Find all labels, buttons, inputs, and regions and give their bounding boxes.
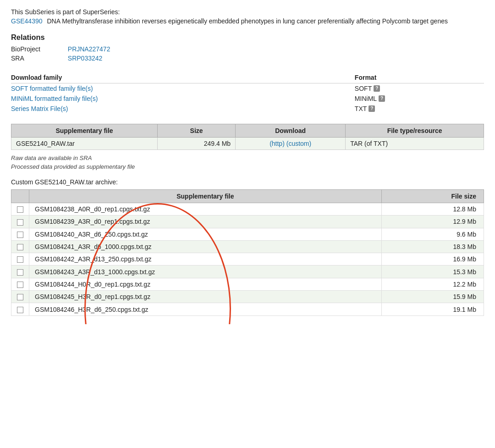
supp-col-download: Download (236, 124, 346, 138)
supp-col-size: Size (158, 124, 236, 138)
relations-section: Relations BioProject PRJNA227472 SRA SRP… (11, 33, 484, 63)
df-row-soft: SOFT formatted family file(s) SOFT ? (11, 83, 484, 94)
supp-dl-http-link[interactable]: (http) (270, 140, 285, 147)
custom-row-checkbox-cell (11, 278, 29, 290)
custom-row-size: 18.3 Mb (381, 240, 484, 253)
superseries-intro: This SubSeries is part of SuperSeries: (11, 8, 484, 16)
custom-archive-container: Supplementary file File size GSM1084238_… (11, 189, 484, 316)
custom-row-checkbox[interactable] (17, 269, 23, 276)
df-txt-link[interactable]: Series Matrix File(s) (11, 105, 68, 112)
custom-row-checkbox-cell (11, 291, 29, 303)
custom-row-size: 16.9 Mb (381, 253, 484, 265)
df-col-family: Download family (11, 72, 355, 83)
df-miniml-format: MINiML ? (355, 95, 385, 102)
custom-row-filename: GSM1084238_A0R_d0_rep1.cpgs.txt.gz (29, 203, 382, 216)
custom-row-filename: GSM1084244_H0R_d0_rep1.cpgs.txt.gz (29, 278, 382, 290)
supplementary-table-section: Supplementary file Size Download File ty… (11, 124, 484, 150)
custom-row-checkbox[interactable] (17, 307, 23, 313)
superseries-gse-desc: DNA Methyltransferase inhibition reverse… (47, 17, 448, 25)
custom-row: GSM1084246_H3R_d6_250.cpgs.txt.gz19.1 Mb (11, 303, 484, 315)
superseries-gse-block: GSE44390 DNA Methyltransferase inhibitio… (11, 17, 484, 25)
relations-sra-label: SRA (11, 54, 68, 63)
df-col-format: Format (355, 72, 484, 83)
custom-row: GSM1084244_H0R_d0_rep1.cpgs.txt.gz12.2 M… (11, 278, 484, 290)
relations-bioproject-label: BioProject (11, 44, 68, 54)
supp-col-filetype: File type/resource (346, 124, 484, 138)
custom-row: GSM1084239_A3R_d0_rep1.cpgs.txt.gz12.9 M… (11, 216, 484, 228)
custom-row: GSM1084245_H3R_d0_rep1.cpgs.txt.gz15.9 M… (11, 291, 484, 303)
custom-row-filename: GSM1084239_A3R_d0_rep1.cpgs.txt.gz (29, 216, 382, 228)
custom-row-filename: GSM1084243_A3R_d13_1000.cpgs.txt.gz (29, 265, 382, 278)
supp-col-file: Supplementary file (11, 124, 158, 138)
custom-row-size: 12.2 Mb (381, 278, 484, 290)
custom-row: GSM1084240_A3R_d6_250.cpgs.txt.gz9.6 Mb (11, 228, 484, 240)
custom-row-checkbox[interactable] (17, 232, 23, 238)
custom-row: GSM1084243_A3R_d13_1000.cpgs.txt.gz15.3 … (11, 265, 484, 278)
soft-help-icon[interactable]: ? (374, 85, 380, 92)
custom-row-checkbox-cell (11, 216, 29, 228)
df-txt-format: TXT ? (355, 105, 375, 112)
custom-row-filename: GSM1084246_H3R_d6_250.cpgs.txt.gz (29, 303, 382, 315)
custom-row: GSM1084241_A3R_d6_1000.cpgs.txt.gz18.3 M… (11, 240, 484, 253)
supplementary-table: Supplementary file Size Download File ty… (11, 124, 484, 150)
custom-row-filename: GSM1084240_A3R_d6_250.cpgs.txt.gz (29, 228, 382, 240)
relations-bioproject-link[interactable]: PRJNA227472 (68, 45, 110, 53)
custom-row-size: 12.9 Mb (381, 216, 484, 228)
custom-archive-label: Custom GSE52140_RAW.tar archive: (11, 178, 484, 186)
custom-row: GSM1084242_A3R_d13_250.cpgs.txt.gz16.9 M… (11, 253, 484, 265)
df-miniml-link[interactable]: MINiML formatted family file(s) (11, 95, 98, 102)
custom-row-checkbox[interactable] (17, 219, 23, 226)
custom-row-size: 15.3 Mb (381, 265, 484, 278)
supp-dl-custom-link[interactable]: (custom) (286, 140, 311, 147)
custom-col-cb (11, 190, 29, 203)
custom-row-size: 9.6 Mb (381, 228, 484, 240)
custom-row-checkbox-cell (11, 203, 29, 216)
custom-row-size: 12.8 Mb (381, 203, 484, 216)
custom-row-filename: GSM1084242_A3R_d13_250.cpgs.txt.gz (29, 253, 382, 265)
custom-row-checkbox[interactable] (17, 256, 23, 263)
custom-row-checkbox[interactable] (17, 206, 23, 213)
df-row-txt: Series Matrix File(s) TXT ? (11, 104, 484, 114)
custom-row: GSM1084238_A0R_d0_rep1.cpgs.txt.gz12.8 M… (11, 203, 484, 216)
df-soft-format: SOFT ? (355, 85, 380, 92)
relations-sra-row: SRA SRP033242 (11, 54, 138, 63)
relations-bioproject-row: BioProject PRJNA227472 (11, 44, 138, 54)
relations-heading: Relations (11, 33, 484, 42)
df-soft-link[interactable]: SOFT formatted family file(s) (11, 85, 93, 92)
download-family-table: Download family Format SOFT formatted fa… (11, 72, 484, 114)
custom-row-checkbox[interactable] (17, 294, 23, 300)
txt-help-icon[interactable]: ? (368, 105, 375, 112)
custom-row-checkbox-cell (11, 303, 29, 315)
supp-dl-0: (http) (custom) (236, 138, 346, 150)
custom-col-file: Supplementary file (29, 190, 382, 203)
note-sra: Raw data are available in SRA (11, 155, 484, 161)
supp-size-0: 249.4 Mb (158, 138, 236, 150)
download-family-section: Download family Format SOFT formatted fa… (11, 72, 484, 114)
miniml-help-icon[interactable]: ? (379, 95, 385, 102)
note-processed: Processed data provided as supplementary… (11, 163, 484, 170)
relations-table: BioProject PRJNA227472 SRA SRP033242 (11, 44, 138, 63)
custom-row-size: 15.9 Mb (381, 291, 484, 303)
supp-filename-0: GSE52140_RAW.tar (11, 138, 158, 150)
custom-row-checkbox-cell (11, 228, 29, 240)
custom-row-checkbox[interactable] (17, 244, 23, 250)
df-row-miniml: MINiML formatted family file(s) MINiML ? (11, 94, 484, 104)
custom-row-checkbox-cell (11, 240, 29, 253)
custom-row-checkbox[interactable] (17, 282, 23, 288)
custom-row-filename: GSM1084241_A3R_d6_1000.cpgs.txt.gz (29, 240, 382, 253)
relations-sra-link[interactable]: SRP033242 (68, 55, 103, 62)
custom-col-size: File size (381, 190, 484, 203)
superseries-gse-link[interactable]: GSE44390 (11, 17, 43, 25)
custom-row-filename: GSM1084245_H3R_d0_rep1.cpgs.txt.gz (29, 291, 382, 303)
supp-filetype-0: TAR (of TXT) (346, 138, 484, 150)
custom-row-size: 19.1 Mb (381, 303, 484, 315)
custom-row-checkbox-cell (11, 265, 29, 278)
custom-archive-table: Supplementary file File size GSM1084238_… (11, 189, 484, 316)
custom-row-checkbox-cell (11, 253, 29, 265)
supp-row-0: GSE52140_RAW.tar 249.4 Mb (http) (custom… (11, 138, 484, 150)
